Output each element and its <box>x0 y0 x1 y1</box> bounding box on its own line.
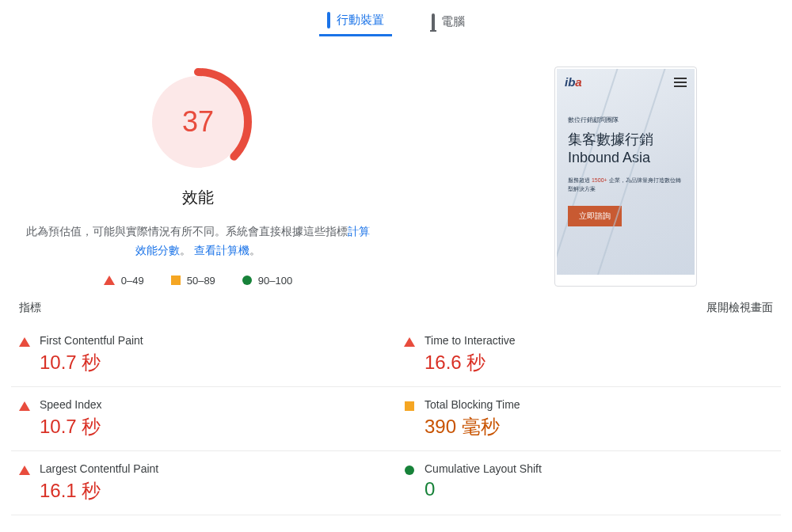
tab-label: 行動裝置 <box>337 13 384 28</box>
device-tabs: 行動裝置 電腦 <box>0 0 792 43</box>
preview-cta: 立即諮詢 <box>568 206 622 226</box>
score-gauge: 37 <box>143 66 253 177</box>
metric-value: 10.7 秒 <box>40 350 388 375</box>
circle-icon <box>405 466 414 475</box>
legend-average: 50–89 <box>171 275 215 287</box>
metrics-header: 指標 展開檢視畫面 <box>0 301 792 315</box>
expand-view-link[interactable]: 展開檢視畫面 <box>706 301 773 315</box>
metric-item: Total Blocking Time390 毫秒 <box>396 387 781 451</box>
calculator-link[interactable]: 查看計算機 <box>194 244 249 256</box>
triangle-icon <box>404 337 415 347</box>
metric-label: First Contentful Paint <box>40 334 388 347</box>
preview-title: 集客數據行銷 Inbound Asia <box>568 131 683 168</box>
legend-fail: 0–49 <box>104 275 144 287</box>
preview-subtitle: 數位行銷顧問團隊 <box>568 116 683 124</box>
metric-item: Cumulative Layout Shift0 <box>396 451 781 515</box>
summary-section: 37 效能 此為預估值，可能與實際情況有所不同。系統會直接根據這些指標計算效能分… <box>0 43 792 294</box>
metric-label: Speed Index <box>40 398 388 411</box>
hamburger-icon <box>674 78 687 87</box>
page-preview: iba 數位行銷顧問團隊 集客數據行銷 Inbound Asia 服務超過 15… <box>554 66 697 287</box>
triangle-icon <box>19 337 30 347</box>
metric-label: Largest Contentful Paint <box>40 462 388 475</box>
metric-item: Time to Interactive16.6 秒 <box>396 323 781 387</box>
metrics-title: 指標 <box>19 301 41 315</box>
metrics-grid: First Contentful Paint10.7 秒Time to Inte… <box>0 315 792 515</box>
mobile-icon <box>327 13 330 27</box>
triangle-icon <box>19 466 30 475</box>
triangle-icon <box>19 401 30 411</box>
metric-item: Speed Index10.7 秒 <box>11 387 396 451</box>
score-value: 37 <box>182 105 214 139</box>
metric-item: Largest Contentful Paint16.1 秒 <box>11 451 396 515</box>
preview-desc: 服務超過 1500+ 企業，為品牌量身打造數位轉型解決方案 <box>568 176 683 193</box>
metric-value: 0 <box>425 478 773 500</box>
preview-logo: iba <box>565 75 582 89</box>
square-icon <box>171 276 181 285</box>
legend-pass: 90–100 <box>242 275 292 287</box>
score-section: 37 效能 此為預估值，可能與實際情況有所不同。系統會直接根據這些指標計算效能分… <box>16 66 380 287</box>
metric-item: First Contentful Paint10.7 秒 <box>11 323 396 387</box>
metric-label: Cumulative Layout Shift <box>425 462 773 475</box>
score-description: 此為預估值，可能與實際情況有所不同。系統會直接根據這些指標計算效能分數。 查看計… <box>16 222 380 260</box>
metric-value: 16.6 秒 <box>425 350 773 375</box>
metric-label: Total Blocking Time <box>425 398 773 411</box>
metric-label: Time to Interactive <box>425 334 773 347</box>
tab-desktop[interactable]: 電腦 <box>424 8 473 36</box>
circle-icon <box>242 276 252 285</box>
tab-mobile[interactable]: 行動裝置 <box>319 6 392 36</box>
square-icon <box>405 401 414 411</box>
score-title: 效能 <box>182 187 214 208</box>
screenshot-section: iba 數位行銷顧問團隊 集客數據行銷 Inbound Asia 服務超過 15… <box>380 66 776 287</box>
metric-value: 16.1 秒 <box>40 478 388 504</box>
metric-value: 10.7 秒 <box>40 414 388 439</box>
metric-value: 390 毫秒 <box>425 414 773 439</box>
tab-label: 電腦 <box>441 14 465 29</box>
desktop-icon <box>432 15 435 28</box>
score-legend: 0–49 50–89 90–100 <box>104 275 292 287</box>
triangle-icon <box>104 276 115 285</box>
